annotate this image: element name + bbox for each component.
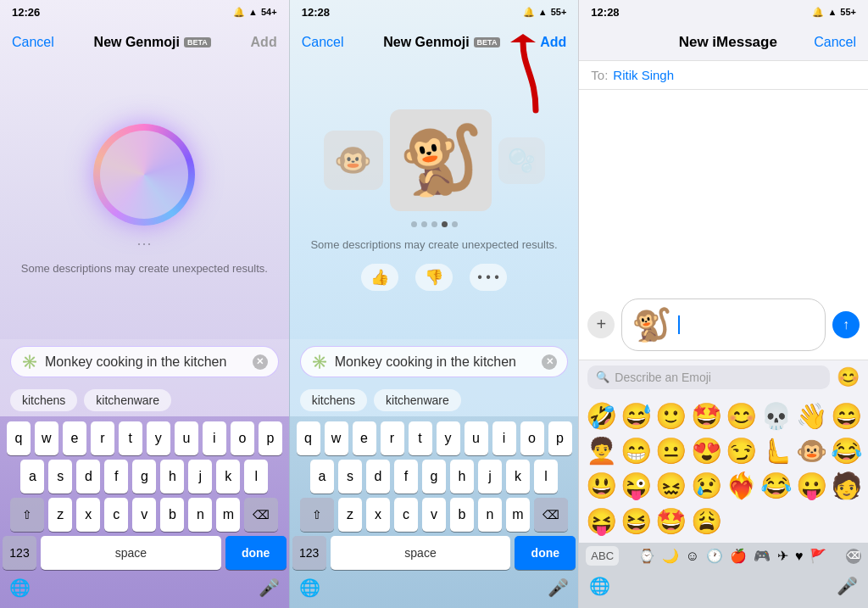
key-g[interactable]: g	[132, 460, 156, 494]
key-j[interactable]: j	[188, 460, 212, 494]
delete-key-2[interactable]: ⌫	[534, 498, 568, 532]
emoji-cell-13[interactable]: 🫷	[760, 434, 793, 467]
emoji-cell-2[interactable]: 🙂	[654, 399, 687, 432]
emoji-cell-17[interactable]: 😜	[620, 469, 653, 502]
key-n[interactable]: n	[188, 498, 212, 532]
key-d[interactable]: d	[76, 460, 100, 494]
key-2-g[interactable]: g	[422, 460, 446, 494]
emoji-cell-26[interactable]: 🤩	[654, 505, 687, 538]
key-p[interactable]: p	[259, 421, 282, 455]
key-2-d[interactable]: d	[366, 460, 390, 494]
key-2-i[interactable]: i	[492, 421, 516, 455]
emoji-cell-22[interactable]: 😛	[794, 469, 827, 502]
key-2-s[interactable]: s	[338, 460, 362, 494]
cancel-button-3[interactable]: Cancel	[814, 35, 856, 50]
suggestion-chip-2[interactable]: kitchenware	[84, 389, 171, 411]
emoji-cell-16[interactable]: 😃	[584, 469, 617, 502]
key-2-k[interactable]: k	[506, 460, 530, 494]
key-x[interactable]: x	[76, 498, 100, 532]
key-2-q[interactable]: q	[297, 421, 320, 455]
shift-key-2[interactable]: ⇧	[300, 498, 334, 532]
key-2-u[interactable]: u	[465, 421, 488, 455]
key-f[interactable]: f	[104, 460, 128, 494]
key-s[interactable]: s	[48, 460, 72, 494]
game-icon[interactable]: 🎮	[754, 548, 771, 564]
suggestion-chip-1[interactable]: kitchens	[10, 389, 77, 411]
emoji-cell-6[interactable]: 👋	[794, 399, 827, 432]
emoji-cell-24[interactable]: 😝	[584, 505, 617, 538]
heart-icon[interactable]: ♥	[795, 549, 804, 564]
key-z[interactable]: z	[48, 498, 72, 532]
add-button-1[interactable]: Add	[251, 35, 277, 50]
message-input-box[interactable]: 🐒	[621, 298, 826, 351]
key-2-r[interactable]: r	[381, 421, 404, 455]
suggestion-chip-4[interactable]: kitchenware	[374, 389, 461, 411]
attach-button[interactable]: +	[587, 311, 615, 338]
emoji-cell-5[interactable]: 💀	[760, 399, 793, 432]
key-m[interactable]: m	[216, 498, 240, 532]
suggestion-chip-3[interactable]: kitchens	[300, 389, 367, 411]
key-r[interactable]: r	[91, 421, 114, 455]
clear-button-2[interactable]: ✕	[542, 354, 557, 370]
emoji-main[interactable]: 🐒	[390, 109, 492, 211]
space-key-1[interactable]: space	[41, 536, 221, 570]
key-i[interactable]: i	[203, 421, 226, 455]
emoji-cell-7[interactable]: 😄	[830, 399, 863, 432]
done-key-1[interactable]: done	[225, 536, 287, 570]
emoji-cell-14[interactable]: 🐵	[794, 434, 827, 467]
key-w[interactable]: w	[35, 421, 58, 455]
globe-icon-3[interactable]: 🌐	[589, 576, 610, 596]
emoji-cell-4[interactable]: 😊	[725, 399, 758, 432]
clock-icon[interactable]: 🕐	[706, 548, 723, 564]
key-h[interactable]: h	[160, 460, 184, 494]
search-input-1[interactable]: Monkey cooking in the kitchen	[45, 354, 246, 370]
key-2-w[interactable]: w	[325, 421, 348, 455]
key-b[interactable]: b	[160, 498, 184, 532]
key-2-x[interactable]: x	[366, 498, 390, 532]
recent-emoji-button[interactable]: 😊	[837, 366, 860, 388]
emoji-cell-15[interactable]: 😂	[830, 434, 863, 467]
key-v[interactable]: v	[132, 498, 156, 532]
key-2-p[interactable]: p	[548, 421, 572, 455]
key-2-f[interactable]: f	[394, 460, 418, 494]
flag-icon[interactable]: 🚩	[810, 548, 826, 564]
emoji-cell-18[interactable]: 😖	[654, 469, 687, 502]
clear-button-1[interactable]: ✕	[253, 354, 268, 370]
key-2-c[interactable]: c	[394, 498, 418, 532]
emoji-cell-10[interactable]: 😐	[654, 434, 687, 467]
globe-icon-1[interactable]: 🌐	[9, 577, 31, 598]
key-2-o[interactable]: o	[520, 421, 544, 455]
key-2-e[interactable]: e	[353, 421, 376, 455]
mic-icon-2[interactable]: 🎤	[548, 577, 569, 598]
emoji-search-inner[interactable]: 🔍 Describe an Emoji	[587, 365, 830, 389]
key-2-b[interactable]: b	[450, 498, 474, 532]
done-key-2[interactable]: done	[515, 536, 576, 570]
delete-key-1[interactable]: ⌫	[244, 498, 278, 532]
search-input-2[interactable]: Monkey cooking in the kitchen	[335, 354, 536, 370]
emoji-cell-12[interactable]: 😏	[725, 434, 758, 467]
emoji-cell-27[interactable]: 😩	[689, 505, 722, 538]
moon-icon[interactable]: 🌙	[662, 548, 679, 564]
send-button[interactable]: ↑	[832, 311, 860, 338]
to-contact[interactable]: Ritik Singh	[613, 68, 674, 82]
emoji-cell-23[interactable]: 🧑	[830, 469, 863, 502]
abc-button[interactable]: ABC	[586, 546, 619, 566]
key-2-t[interactable]: t	[409, 421, 432, 455]
key-2-v[interactable]: v	[422, 498, 446, 532]
emoji-cell-1[interactable]: 😅	[620, 399, 653, 432]
key-a[interactable]: a	[20, 460, 44, 494]
key-k[interactable]: k	[216, 460, 240, 494]
emoji-cell-8[interactable]: 🧑‍🦱	[584, 434, 617, 467]
thumbs-up-button[interactable]: 👍	[361, 264, 398, 291]
key-q[interactable]: q	[7, 421, 31, 455]
key-o[interactable]: o	[231, 421, 254, 455]
space-key-2[interactable]: space	[331, 536, 511, 570]
globe-icon-2[interactable]: 🌐	[299, 577, 320, 598]
mic-icon-1[interactable]: 🎤	[259, 577, 280, 598]
key-l[interactable]: l	[244, 460, 268, 494]
emoji-cell-9[interactable]: 😁	[620, 434, 653, 467]
key-2-h[interactable]: h	[450, 460, 474, 494]
emoji-cell-20[interactable]: ❤️‍🔥	[725, 469, 758, 502]
mic-icon-3[interactable]: 🎤	[837, 576, 858, 596]
emoji-thumb-right[interactable]: 🫧	[498, 137, 545, 184]
